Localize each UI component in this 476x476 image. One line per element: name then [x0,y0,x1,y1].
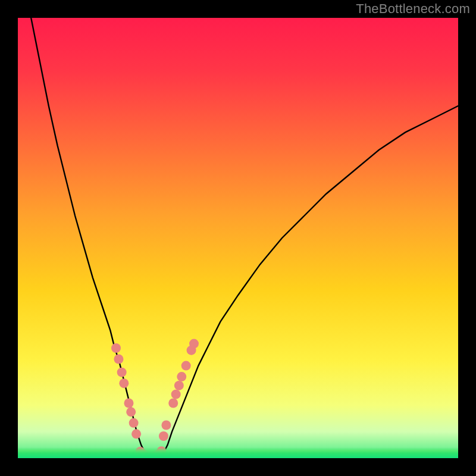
marker-left [126,407,136,416]
plot-area [18,18,458,458]
marker-left [117,368,127,377]
marker-right [171,390,181,399]
marker-left [111,343,121,353]
marker-right [168,399,178,408]
marker-left [129,418,139,428]
marker-right [177,372,186,381]
watermark-text: TheBottleneck.com [356,1,470,17]
marker-right [159,431,168,441]
marker-right [189,339,199,349]
marker-left [124,399,133,408]
marker-left [114,355,123,364]
chart-frame: TheBottleneck.com [0,0,476,476]
marker-right [174,381,184,390]
marker-left [119,378,129,388]
marker-right [181,361,191,371]
bottleneck-curve [31,18,458,458]
curve-layer [18,18,458,458]
baseline-green-strip [18,447,458,458]
marker-left [131,429,141,439]
marker-right [161,421,171,430]
